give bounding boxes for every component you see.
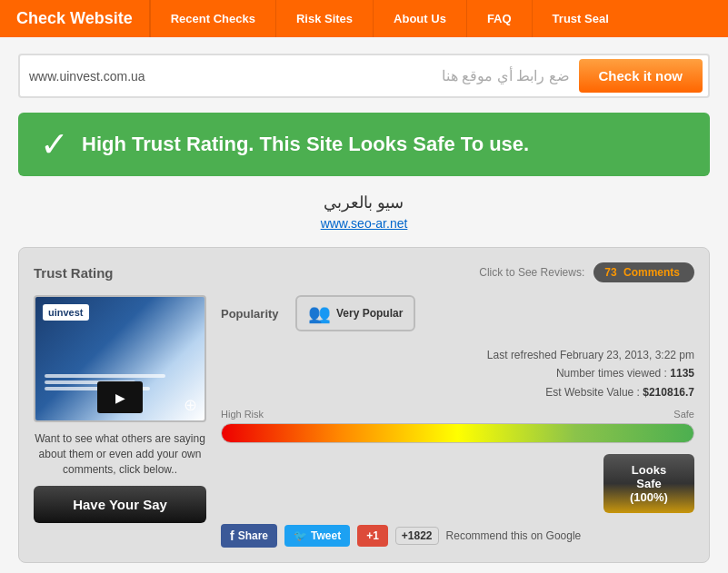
nav-about-us[interactable]: About Us: [373, 0, 466, 37]
social-row: f Share 🐦 Tweet +1 +1822 Recommend this …: [221, 524, 694, 548]
header-right: Click to See Reviews: 73 Comments: [479, 262, 694, 282]
trust-banner: ✓ High Trust Rating. This Site Looks Saf…: [18, 113, 710, 176]
risk-labels: High Risk Safe: [221, 409, 694, 420]
checkmark-icon: ✓: [40, 127, 69, 162]
twitter-icon: 🐦: [294, 529, 307, 542]
trust-rating-title: Trust Rating: [34, 265, 114, 281]
facebook-icon: f: [230, 529, 234, 543]
est-value-value: $210816.7: [643, 386, 694, 399]
very-popular-label: Very Popular: [336, 307, 403, 320]
risk-bar: [221, 423, 694, 443]
search-bar: ضع رابط أي موقع هنا Check it now: [18, 54, 710, 98]
have-say-button[interactable]: Have Your Say: [34, 486, 206, 523]
trust-card: Trust Rating Click to See Reviews: 73 Co…: [18, 247, 710, 563]
nav-recent-checks[interactable]: Recent Checks: [150, 0, 275, 37]
popularity-row: Popularity 👥 Very Popular: [221, 295, 694, 331]
magnify-icon: ⊕: [184, 395, 197, 415]
est-value: Est Website Value : $210816.7: [221, 383, 694, 401]
safe-percent: (100%): [618, 490, 680, 504]
comments-badge[interactable]: 73 Comments: [593, 262, 694, 282]
people-icon: 👥: [308, 302, 331, 324]
preview-video: ▶: [97, 381, 143, 413]
preview-bar-1: [45, 374, 165, 378]
nav-faq[interactable]: FAQ: [466, 0, 532, 37]
click-reviews-label: Click to See Reviews:: [479, 266, 584, 279]
facebook-share-button[interactable]: f Share: [221, 524, 277, 548]
right-column: Popularity 👥 Very Popular Last refreshed…: [221, 295, 694, 548]
nav-trust-seal[interactable]: Trust Seal: [532, 0, 629, 37]
card-body: uinvest ▶ ⊕ Want to see what others are …: [34, 295, 694, 548]
main-content: ضع رابط أي موقع هنا Check it now ✓ High …: [0, 37, 728, 573]
est-value-label: Est Website Value :: [545, 386, 640, 399]
popularity-label: Popularity: [221, 307, 284, 321]
safe-box: Looks Safe (100%): [603, 454, 694, 513]
twitter-tweet-button[interactable]: 🐦 Tweet: [284, 525, 350, 547]
tweet-label: Tweet: [311, 529, 341, 542]
google-plus-button[interactable]: +1: [357, 525, 388, 547]
high-risk-label: High Risk: [221, 409, 264, 420]
play-icon: ▶: [115, 390, 125, 405]
times-viewed-label: Number times viewed :: [556, 367, 667, 380]
last-refreshed: Last refreshed February 23, 2013, 3:22 p…: [221, 346, 694, 364]
left-column: uinvest ▶ ⊕ Want to see what others are …: [34, 295, 206, 548]
brand-text: Check Website: [16, 9, 133, 28]
preview-logo: uinvest: [43, 304, 89, 321]
arabic-subtitle: سيو بالعربي: [18, 193, 710, 212]
safe-box-wrapper: Looks Safe (100%): [221, 454, 694, 513]
gplus-label: +1: [366, 529, 379, 542]
nav-items: Recent Checks Risk Sites About Us FAQ Tr…: [150, 0, 728, 37]
social-count: +1822: [395, 527, 439, 545]
recommend-text: Recommend this on Google: [446, 529, 582, 542]
brand-logo[interactable]: Check Website: [0, 0, 150, 37]
check-button[interactable]: Check it now: [579, 59, 703, 93]
trust-card-header: Trust Rating Click to See Reviews: 73 Co…: [34, 262, 694, 282]
trust-banner-text: High Trust Rating. This Site Looks Safe …: [82, 133, 529, 156]
nav-risk-sites[interactable]: Risk Sites: [275, 0, 373, 37]
safe-label: Safe: [673, 409, 694, 420]
comments-count: 73: [604, 266, 616, 279]
search-input[interactable]: [25, 64, 296, 89]
looks-safe-label: Looks Safe: [618, 463, 680, 490]
search-placeholder: ضع رابط أي موقع هنا: [296, 62, 578, 90]
popularity-badge: 👥 Very Popular: [295, 295, 415, 331]
times-viewed: Number times viewed : 1135: [221, 364, 694, 382]
arabic-url[interactable]: www.seo-ar.net: [18, 216, 710, 231]
stats-section: Last refreshed February 23, 2013, 3:22 p…: [221, 346, 694, 401]
preview-caption: Want to see what others are saying about…: [34, 431, 206, 477]
site-preview: uinvest ▶ ⊕: [34, 295, 206, 422]
share-label: Share: [238, 529, 268, 542]
comments-label: Comments: [623, 266, 680, 279]
header-nav: Check Website Recent Checks Risk Sites A…: [0, 0, 728, 37]
times-viewed-value: 1135: [670, 367, 694, 380]
